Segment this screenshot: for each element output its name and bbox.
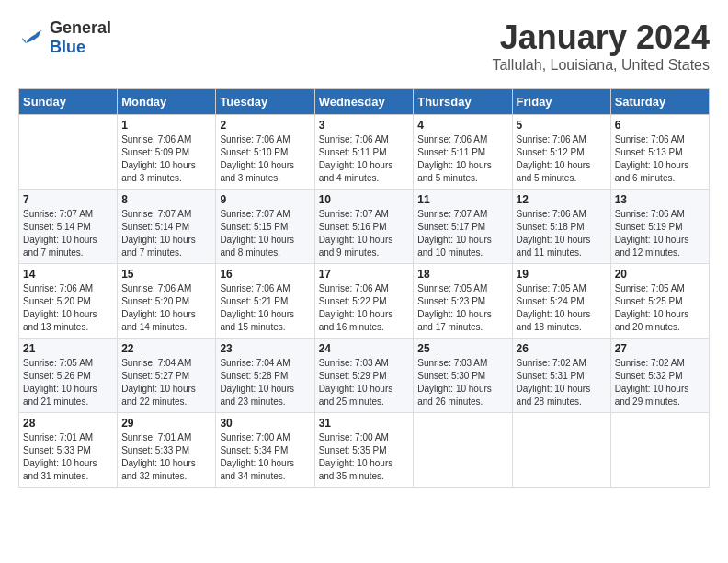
day-info: Sunrise: 7:05 AM Sunset: 5:25 PM Dayligh…	[615, 282, 705, 334]
day-number: 12	[517, 193, 607, 206]
calendar-cell: 10Sunrise: 7:07 AM Sunset: 5:16 PM Dayli…	[314, 190, 414, 264]
calendar-header-monday: Monday	[118, 89, 216, 115]
calendar-cell: 14Sunrise: 7:06 AM Sunset: 5:20 PM Dayli…	[19, 264, 118, 339]
day-info: Sunrise: 7:07 AM Sunset: 5:14 PM Dayligh…	[121, 208, 211, 259]
calendar-cell: 29Sunrise: 7:01 AM Sunset: 5:33 PM Dayli…	[118, 413, 216, 488]
calendar-cell: 26Sunrise: 7:02 AM Sunset: 5:31 PM Dayli…	[512, 339, 610, 413]
calendar-cell	[512, 413, 610, 488]
calendar-week-row: 7Sunrise: 7:07 AM Sunset: 5:14 PM Daylig…	[19, 190, 710, 264]
calendar-cell: 16Sunrise: 7:06 AM Sunset: 5:21 PM Dayli…	[216, 264, 314, 339]
calendar-cell	[610, 413, 709, 488]
calendar-cell: 23Sunrise: 7:04 AM Sunset: 5:28 PM Dayli…	[216, 339, 314, 413]
calendar-cell: 21Sunrise: 7:05 AM Sunset: 5:26 PM Dayli…	[19, 339, 118, 413]
day-info: Sunrise: 7:05 AM Sunset: 5:26 PM Dayligh…	[23, 357, 113, 408]
calendar-cell: 11Sunrise: 7:07 AM Sunset: 5:17 PM Dayli…	[414, 190, 512, 264]
day-number: 26	[517, 342, 607, 355]
day-info: Sunrise: 7:07 AM Sunset: 5:15 PM Dayligh…	[220, 208, 310, 259]
day-number: 9	[220, 193, 310, 206]
day-info: Sunrise: 7:03 AM Sunset: 5:29 PM Dayligh…	[319, 357, 410, 408]
calendar-cell: 7Sunrise: 7:07 AM Sunset: 5:14 PM Daylig…	[19, 190, 118, 264]
calendar-cell: 24Sunrise: 7:03 AM Sunset: 5:29 PM Dayli…	[314, 339, 414, 413]
day-info: Sunrise: 7:01 AM Sunset: 5:33 PM Dayligh…	[121, 431, 211, 483]
day-info: Sunrise: 7:05 AM Sunset: 5:23 PM Dayligh…	[417, 282, 507, 334]
calendar-cell: 22Sunrise: 7:04 AM Sunset: 5:27 PM Dayli…	[118, 339, 216, 413]
calendar-week-row: 1Sunrise: 7:06 AM Sunset: 5:09 PM Daylig…	[19, 115, 710, 190]
day-number: 21	[23, 342, 113, 355]
calendar-cell: 27Sunrise: 7:02 AM Sunset: 5:32 PM Dayli…	[610, 339, 709, 413]
day-info: Sunrise: 7:05 AM Sunset: 5:24 PM Dayligh…	[517, 282, 607, 334]
day-number: 18	[417, 268, 507, 281]
day-number: 25	[417, 342, 507, 355]
day-number: 1	[121, 119, 211, 132]
calendar-header-tuesday: Tuesday	[216, 89, 314, 115]
calendar-cell: 17Sunrise: 7:06 AM Sunset: 5:22 PM Dayli…	[314, 264, 414, 339]
logo: General Blue	[18, 18, 111, 57]
day-info: Sunrise: 7:06 AM Sunset: 5:10 PM Dayligh…	[220, 133, 310, 185]
day-info: Sunrise: 7:02 AM Sunset: 5:32 PM Dayligh…	[615, 357, 705, 408]
calendar-cell: 20Sunrise: 7:05 AM Sunset: 5:25 PM Dayli…	[610, 264, 709, 339]
day-info: Sunrise: 7:03 AM Sunset: 5:30 PM Dayligh…	[417, 357, 507, 408]
calendar-week-row: 14Sunrise: 7:06 AM Sunset: 5:20 PM Dayli…	[19, 264, 710, 339]
day-info: Sunrise: 7:06 AM Sunset: 5:20 PM Dayligh…	[23, 282, 113, 334]
day-number: 8	[121, 193, 211, 206]
calendar-cell: 18Sunrise: 7:05 AM Sunset: 5:23 PM Dayli…	[414, 264, 512, 339]
calendar-cell: 4Sunrise: 7:06 AM Sunset: 5:11 PM Daylig…	[414, 115, 512, 190]
page-header: General Blue January 2024 Tallulah, Loui…	[18, 18, 710, 74]
day-info: Sunrise: 7:06 AM Sunset: 5:22 PM Dayligh…	[319, 282, 410, 334]
calendar-cell: 8Sunrise: 7:07 AM Sunset: 5:14 PM Daylig…	[118, 190, 216, 264]
calendar-cell	[19, 115, 118, 190]
day-info: Sunrise: 7:01 AM Sunset: 5:33 PM Dayligh…	[23, 431, 113, 483]
day-info: Sunrise: 7:07 AM Sunset: 5:14 PM Dayligh…	[23, 208, 113, 259]
calendar-cell: 2Sunrise: 7:06 AM Sunset: 5:10 PM Daylig…	[216, 115, 314, 190]
calendar-cell	[414, 413, 512, 488]
day-number: 3	[319, 119, 410, 132]
day-number: 7	[23, 193, 113, 206]
day-info: Sunrise: 7:04 AM Sunset: 5:27 PM Dayligh…	[121, 357, 211, 408]
logo-icon	[18, 27, 46, 49]
day-number: 23	[220, 342, 310, 355]
day-number: 14	[23, 268, 113, 281]
day-number: 2	[220, 119, 310, 132]
calendar-cell: 1Sunrise: 7:06 AM Sunset: 5:09 PM Daylig…	[118, 115, 216, 190]
calendar-cell: 15Sunrise: 7:06 AM Sunset: 5:20 PM Dayli…	[118, 264, 216, 339]
calendar-cell: 6Sunrise: 7:06 AM Sunset: 5:13 PM Daylig…	[610, 115, 709, 190]
day-number: 24	[319, 342, 410, 355]
calendar-table: SundayMondayTuesdayWednesdayThursdayFrid…	[18, 88, 710, 488]
day-info: Sunrise: 7:02 AM Sunset: 5:31 PM Dayligh…	[517, 357, 607, 408]
day-number: 22	[121, 342, 211, 355]
calendar-header-row: SundayMondayTuesdayWednesdayThursdayFrid…	[19, 89, 710, 115]
day-info: Sunrise: 7:06 AM Sunset: 5:19 PM Dayligh…	[615, 208, 705, 259]
day-info: Sunrise: 7:06 AM Sunset: 5:21 PM Dayligh…	[220, 282, 310, 334]
calendar-header-thursday: Thursday	[414, 89, 512, 115]
calendar-cell: 12Sunrise: 7:06 AM Sunset: 5:18 PM Dayli…	[512, 190, 610, 264]
day-number: 17	[319, 268, 410, 281]
day-number: 16	[220, 268, 310, 281]
day-info: Sunrise: 7:00 AM Sunset: 5:34 PM Dayligh…	[220, 431, 310, 483]
calendar-cell: 9Sunrise: 7:07 AM Sunset: 5:15 PM Daylig…	[216, 190, 314, 264]
day-number: 19	[517, 268, 607, 281]
calendar-week-row: 28Sunrise: 7:01 AM Sunset: 5:33 PM Dayli…	[19, 413, 710, 488]
location-subtitle: Tallulah, Louisiana, United States	[492, 57, 710, 74]
calendar-header-friday: Friday	[512, 89, 610, 115]
calendar-header-wednesday: Wednesday	[314, 89, 414, 115]
day-info: Sunrise: 7:07 AM Sunset: 5:16 PM Dayligh…	[319, 208, 410, 259]
day-number: 5	[517, 119, 607, 132]
day-info: Sunrise: 7:07 AM Sunset: 5:17 PM Dayligh…	[417, 208, 507, 259]
day-number: 13	[615, 193, 705, 206]
day-info: Sunrise: 7:06 AM Sunset: 5:13 PM Dayligh…	[615, 133, 705, 185]
day-number: 10	[319, 193, 410, 206]
month-year-title: January 2024	[492, 18, 710, 57]
calendar-cell: 28Sunrise: 7:01 AM Sunset: 5:33 PM Dayli…	[19, 413, 118, 488]
calendar-header-saturday: Saturday	[610, 89, 709, 115]
day-info: Sunrise: 7:00 AM Sunset: 5:35 PM Dayligh…	[319, 431, 410, 483]
calendar-cell: 31Sunrise: 7:00 AM Sunset: 5:35 PM Dayli…	[314, 413, 414, 488]
day-number: 11	[417, 193, 507, 206]
day-number: 15	[121, 268, 211, 281]
day-info: Sunrise: 7:06 AM Sunset: 5:11 PM Dayligh…	[319, 133, 410, 185]
day-number: 4	[417, 119, 507, 132]
calendar-body: 1Sunrise: 7:06 AM Sunset: 5:09 PM Daylig…	[19, 115, 710, 488]
day-number: 28	[23, 417, 113, 430]
title-area: January 2024 Tallulah, Louisiana, United…	[492, 18, 710, 74]
day-info: Sunrise: 7:06 AM Sunset: 5:20 PM Dayligh…	[121, 282, 211, 334]
day-number: 20	[615, 268, 705, 281]
